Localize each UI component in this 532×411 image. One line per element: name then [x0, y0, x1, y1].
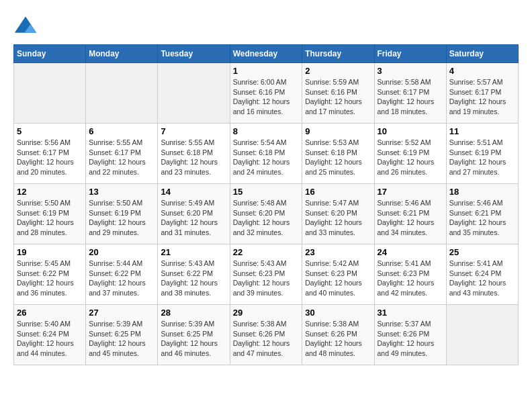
weekday-thursday: Thursday: [302, 45, 374, 63]
week-row-5: 26Sunrise: 5:40 AM Sunset: 6:24 PM Dayli…: [14, 305, 519, 365]
day-info: Sunrise: 5:56 AM Sunset: 6:17 PM Dayligh…: [17, 138, 83, 177]
day-number: 31: [378, 308, 443, 318]
day-cell: 18Sunrise: 5:46 AM Sunset: 6:21 PM Dayli…: [446, 184, 518, 244]
calendar: SundayMondayTuesdayWednesdayThursdayFrid…: [13, 44, 519, 365]
weekday-friday: Friday: [374, 45, 446, 63]
day-number: 12: [17, 187, 83, 197]
day-cell: [446, 305, 518, 365]
week-row-4: 19Sunrise: 5:45 AM Sunset: 6:22 PM Dayli…: [14, 244, 519, 305]
day-number: 26: [17, 308, 83, 318]
day-cell: [14, 63, 86, 124]
day-number: 29: [233, 308, 300, 318]
weekday-wednesday: Wednesday: [230, 45, 302, 63]
day-info: Sunrise: 6:00 AM Sunset: 6:16 PM Dayligh…: [233, 77, 300, 117]
day-number: 9: [305, 126, 371, 136]
day-info: Sunrise: 5:46 AM Sunset: 6:21 PM Dayligh…: [378, 198, 443, 238]
calendar-header: SundayMondayTuesdayWednesdayThursdayFrid…: [14, 45, 519, 63]
day-cell: 9Sunrise: 5:53 AM Sunset: 6:18 PM Daylig…: [302, 124, 374, 184]
day-info: Sunrise: 5:43 AM Sunset: 6:23 PM Dayligh…: [233, 259, 300, 298]
day-cell: 7Sunrise: 5:55 AM Sunset: 6:18 PM Daylig…: [158, 124, 230, 184]
day-number: 10: [378, 126, 443, 136]
day-cell: 29Sunrise: 5:38 AM Sunset: 6:26 PM Dayli…: [230, 305, 302, 365]
day-cell: 24Sunrise: 5:41 AM Sunset: 6:23 PM Dayli…: [374, 244, 446, 305]
day-info: Sunrise: 5:38 AM Sunset: 6:26 PM Dayligh…: [233, 319, 300, 359]
day-cell: 11Sunrise: 5:51 AM Sunset: 6:19 PM Dayli…: [446, 124, 518, 184]
weekday-monday: Monday: [86, 45, 158, 63]
logo: [13, 13, 42, 38]
day-cell: 17Sunrise: 5:46 AM Sunset: 6:21 PM Dayli…: [374, 184, 446, 244]
day-number: 19: [17, 247, 83, 257]
day-number: 6: [89, 126, 154, 136]
day-cell: 12Sunrise: 5:50 AM Sunset: 6:19 PM Dayli…: [14, 184, 86, 244]
day-cell: 22Sunrise: 5:43 AM Sunset: 6:23 PM Dayli…: [230, 244, 302, 305]
day-cell: 16Sunrise: 5:47 AM Sunset: 6:20 PM Dayli…: [302, 184, 374, 244]
day-info: Sunrise: 5:37 AM Sunset: 6:26 PM Dayligh…: [378, 319, 443, 359]
day-cell: 5Sunrise: 5:56 AM Sunset: 6:17 PM Daylig…: [14, 124, 86, 184]
day-info: Sunrise: 5:50 AM Sunset: 6:19 PM Dayligh…: [17, 198, 83, 238]
day-cell: 2Sunrise: 5:59 AM Sunset: 6:16 PM Daylig…: [302, 63, 374, 124]
day-number: 21: [161, 247, 226, 257]
day-number: 7: [161, 126, 226, 136]
day-info: Sunrise: 5:57 AM Sunset: 6:17 PM Dayligh…: [449, 77, 515, 117]
day-cell: 21Sunrise: 5:43 AM Sunset: 6:22 PM Dayli…: [158, 244, 230, 305]
day-info: Sunrise: 5:46 AM Sunset: 6:21 PM Dayligh…: [449, 198, 515, 238]
week-row-1: 1Sunrise: 6:00 AM Sunset: 6:16 PM Daylig…: [14, 63, 519, 124]
day-cell: [86, 63, 158, 124]
day-info: Sunrise: 5:39 AM Sunset: 6:25 PM Dayligh…: [89, 319, 154, 359]
day-info: Sunrise: 5:52 AM Sunset: 6:19 PM Dayligh…: [378, 138, 443, 177]
day-number: 27: [89, 308, 154, 318]
day-number: 16: [305, 187, 371, 197]
day-number: 28: [161, 308, 226, 318]
day-cell: 4Sunrise: 5:57 AM Sunset: 6:17 PM Daylig…: [446, 63, 518, 124]
day-info: Sunrise: 5:48 AM Sunset: 6:20 PM Dayligh…: [233, 198, 300, 238]
day-cell: 1Sunrise: 6:00 AM Sunset: 6:16 PM Daylig…: [230, 63, 302, 124]
day-cell: 30Sunrise: 5:38 AM Sunset: 6:26 PM Dayli…: [302, 305, 374, 365]
day-cell: 6Sunrise: 5:55 AM Sunset: 6:17 PM Daylig…: [86, 124, 158, 184]
day-number: 20: [89, 247, 154, 257]
day-info: Sunrise: 5:54 AM Sunset: 6:18 PM Dayligh…: [233, 138, 300, 177]
day-number: 1: [233, 66, 300, 76]
week-row-3: 12Sunrise: 5:50 AM Sunset: 6:19 PM Dayli…: [14, 184, 519, 244]
day-info: Sunrise: 5:38 AM Sunset: 6:26 PM Dayligh…: [305, 319, 371, 359]
day-number: 24: [378, 247, 443, 257]
day-cell: 20Sunrise: 5:44 AM Sunset: 6:22 PM Dayli…: [86, 244, 158, 305]
day-info: Sunrise: 5:44 AM Sunset: 6:22 PM Dayligh…: [89, 259, 154, 298]
day-cell: 8Sunrise: 5:54 AM Sunset: 6:18 PM Daylig…: [230, 124, 302, 184]
day-info: Sunrise: 5:42 AM Sunset: 6:23 PM Dayligh…: [305, 259, 371, 298]
day-cell: 13Sunrise: 5:50 AM Sunset: 6:19 PM Dayli…: [86, 184, 158, 244]
day-info: Sunrise: 5:47 AM Sunset: 6:20 PM Dayligh…: [305, 198, 371, 238]
day-number: 4: [449, 66, 515, 76]
day-number: 14: [161, 187, 226, 197]
day-number: 30: [305, 308, 371, 318]
day-number: 3: [378, 66, 443, 76]
day-cell: 26Sunrise: 5:40 AM Sunset: 6:24 PM Dayli…: [14, 305, 86, 365]
day-cell: 25Sunrise: 5:41 AM Sunset: 6:24 PM Dayli…: [446, 244, 518, 305]
day-info: Sunrise: 5:40 AM Sunset: 6:24 PM Dayligh…: [17, 319, 83, 359]
day-number: 13: [89, 187, 154, 197]
page-header: [13, 13, 519, 38]
day-number: 17: [378, 187, 443, 197]
day-info: Sunrise: 5:39 AM Sunset: 6:25 PM Dayligh…: [161, 319, 226, 359]
day-cell: 31Sunrise: 5:37 AM Sunset: 6:26 PM Dayli…: [374, 305, 446, 365]
day-info: Sunrise: 5:58 AM Sunset: 6:17 PM Dayligh…: [378, 77, 443, 117]
day-info: Sunrise: 5:49 AM Sunset: 6:20 PM Dayligh…: [161, 198, 226, 238]
day-number: 23: [305, 247, 371, 257]
day-cell: 10Sunrise: 5:52 AM Sunset: 6:19 PM Dayli…: [374, 124, 446, 184]
day-info: Sunrise: 5:59 AM Sunset: 6:16 PM Dayligh…: [305, 77, 371, 117]
day-cell: [158, 63, 230, 124]
day-number: 25: [449, 247, 515, 257]
day-number: 5: [17, 126, 83, 136]
calendar-body: 1Sunrise: 6:00 AM Sunset: 6:16 PM Daylig…: [14, 63, 519, 365]
day-info: Sunrise: 5:45 AM Sunset: 6:22 PM Dayligh…: [17, 259, 83, 298]
day-info: Sunrise: 5:55 AM Sunset: 6:18 PM Dayligh…: [161, 138, 226, 177]
day-number: 2: [305, 66, 371, 76]
weekday-tuesday: Tuesday: [158, 45, 230, 63]
day-info: Sunrise: 5:41 AM Sunset: 6:23 PM Dayligh…: [378, 259, 443, 298]
day-number: 11: [449, 126, 515, 136]
day-info: Sunrise: 5:41 AM Sunset: 6:24 PM Dayligh…: [449, 259, 515, 298]
day-cell: 3Sunrise: 5:58 AM Sunset: 6:17 PM Daylig…: [374, 63, 446, 124]
week-row-2: 5Sunrise: 5:56 AM Sunset: 6:17 PM Daylig…: [14, 124, 519, 184]
weekday-saturday: Saturday: [446, 45, 518, 63]
day-cell: 28Sunrise: 5:39 AM Sunset: 6:25 PM Dayli…: [158, 305, 230, 365]
day-number: 8: [233, 126, 300, 136]
